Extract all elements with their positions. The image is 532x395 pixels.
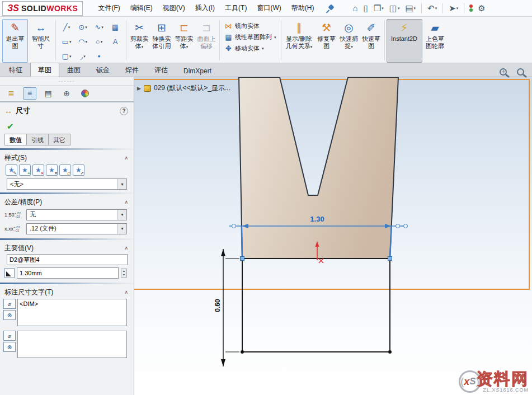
center-symbol-button[interactable]: ⊗ — [3, 342, 16, 352]
fillet-tool-button[interactable]: ◞▾ — [75, 49, 91, 63]
chevron-down-icon: ▾ — [85, 25, 87, 30]
display-manager-tab[interactable] — [78, 87, 92, 100]
tab-sheet-metal[interactable]: 钣金 — [88, 63, 117, 77]
menu-tools[interactable]: 工具(T) — [220, 1, 252, 16]
smart-dimension-button[interactable]: ↔ 智能尺寸 — [28, 19, 54, 63]
style-add-button[interactable]: ★+ — [19, 164, 31, 176]
pencil-badge-icon: ✎ — [13, 171, 17, 176]
primary-value-section-header[interactable]: 主要值(V) ∧ — [0, 242, 134, 253]
diameter-symbol-button[interactable]: ⌀ — [3, 331, 16, 341]
tolerance-type-dropdown[interactable]: 无 ▾ — [26, 209, 127, 220]
trim-entities-button[interactable]: ✂ 剪裁实体▾ — [128, 19, 150, 63]
mirror-entities-icon: ⋈ — [224, 22, 233, 30]
mirror-entities-button[interactable]: ⋈镜向实体 — [223, 21, 278, 31]
tab-evaluate[interactable]: 评估 — [147, 63, 176, 77]
tab-value[interactable]: 数值 — [4, 134, 27, 145]
convert-entities-button[interactable]: ⊞ 转换实体引用 — [150, 19, 173, 63]
line-tool-button[interactable]: ╱▾ — [59, 20, 74, 34]
property-manager-tab[interactable]: ≡ — [23, 87, 36, 100]
undo-button[interactable]: ↶▾ — [425, 2, 439, 15]
tab-features[interactable]: 特征 — [1, 63, 30, 77]
spin-down-icon: ▾ — [121, 273, 126, 277]
exit-sketch-button[interactable]: ✎ 退出草图 — [2, 19, 28, 63]
separator — [442, 3, 443, 13]
repair-sketch-button[interactable]: ⚒ 修复草图 — [316, 19, 338, 63]
diameter-symbol-button[interactable]: ⌀ — [3, 299, 16, 309]
offset-entities-button[interactable]: ⊏ 等距实体▾ — [173, 19, 195, 63]
circle-tool-button[interactable]: ⊙▾ — [75, 20, 91, 34]
solidworks-logo[interactable]: ЗS SOLIDWORKS — [2, 1, 83, 16]
command-manager-ribbon: ✎ 退出草图 ↔ 智能尺寸 ╱▾ ⊙▾ ∿▾ ▦ ▭▾ ◠▾ ○▾ A ▢▾ ◞… — [0, 17, 532, 63]
home-button[interactable]: ⌂ — [350, 2, 360, 14]
instant2d-button[interactable]: ⚡ Instant2D — [387, 19, 422, 63]
dimension-value-input[interactable] — [17, 267, 119, 279]
slot-tool-button[interactable]: ▢▾ — [59, 49, 74, 63]
tab-other[interactable]: 其它 — [48, 134, 70, 145]
quick-snaps-icon: ◎ — [344, 21, 354, 35]
sketch-canvas[interactable]: 0.60 1.30 — [134, 77, 532, 395]
property-manager-panel: ······ ≣ ≡ ▤ ⊕ ↔ 尺寸 ? ✔ 数值 引线 其它 样式(S) ∧… — [0, 77, 134, 395]
open-button[interactable]: ❐▾ — [371, 2, 386, 15]
tab-dimxpert[interactable]: DimXpert — [176, 64, 219, 77]
ellipse-tool-button[interactable]: ○▾ — [91, 35, 107, 49]
print-button[interactable]: ▤▾ — [403, 2, 418, 15]
value-spinner[interactable]: ▴ ▾ — [121, 269, 127, 278]
text-tool-button[interactable]: A — [107, 35, 123, 49]
flyout-feature-tree[interactable]: ▶ 029 (默认<<默认>_显示... — [137, 83, 230, 93]
section-divider — [0, 148, 134, 150]
menu-view[interactable]: 视图(V) — [158, 1, 190, 16]
tab-weldments[interactable]: 焊件 — [117, 63, 147, 77]
display-delete-relations-button[interactable]: ∥ 显示/删除几何关系▾ — [283, 19, 316, 63]
menu-file[interactable]: 文件(F) — [93, 1, 125, 16]
quick-snaps-label: 快速捕捉▾ — [339, 35, 359, 50]
style-dropdown[interactable]: <无> ▾ — [7, 178, 127, 190]
tab-leaders[interactable]: 引线 — [26, 134, 49, 145]
sketch-rectangle — [242, 258, 390, 352]
style-apply-button[interactable]: ★↗ — [73, 164, 84, 176]
center-symbol-button[interactable]: ⊗ — [3, 310, 16, 320]
tab-sketch[interactable]: 草图 — [30, 63, 59, 77]
options-button[interactable]: ⚙ — [475, 2, 487, 15]
configuration-manager-tab[interactable]: ▤ — [41, 87, 55, 100]
menu-help[interactable]: 帮助(H) — [286, 1, 319, 16]
arc-tool-button[interactable]: ◠▾ — [75, 35, 91, 49]
zoom-in-out-icon[interactable] — [517, 68, 524, 76]
dimension-name-input[interactable] — [7, 254, 128, 265]
point-tool-button[interactable]: ▪ — [91, 49, 107, 63]
style-edit-button[interactable]: ★✎ — [6, 164, 17, 176]
rectangle-tool-button[interactable]: ▭▾ — [59, 35, 74, 49]
chevron-down-icon: ▾ — [414, 6, 416, 11]
dimension-text-area-2[interactable] — [17, 331, 127, 358]
traffic-light-icon[interactable] — [469, 4, 473, 12]
style-section-header[interactable]: 样式(S) ∧ — [0, 152, 134, 163]
help-icon[interactable]: ? — [120, 107, 128, 115]
tolerance-section-header[interactable]: 公差/精度(P) ∧ — [0, 196, 134, 208]
graphics-viewport[interactable]: 0.60 1.30 ▶ 029 (默认<<默认>_显示... (xS) 资料网 … — [134, 77, 532, 395]
shaded-sketch-contours-button[interactable]: ▰ 上色草图轮廓 — [422, 19, 448, 63]
move-entities-button[interactable]: ✥移动实体▾ — [223, 44, 278, 53]
dimxpert-manager-tab[interactable]: ⊕ — [60, 87, 73, 100]
feature-manager-tab[interactable]: ≣ — [4, 87, 18, 100]
quick-snaps-button[interactable]: ◎ 快速捕捉▾ — [338, 19, 360, 63]
dimension-text-area[interactable]: <DIM> — [17, 299, 127, 326]
style-save-button[interactable]: ★▾ — [46, 164, 58, 176]
menu-insert[interactable]: 插入(I) — [190, 1, 220, 16]
style-load-button[interactable]: ★▱ — [59, 164, 71, 176]
rapid-sketch-button[interactable]: ✐ 快速草图 — [360, 19, 383, 63]
linear-pattern-button[interactable]: ▦线性草图阵列▾ — [223, 32, 278, 42]
panel-splitter[interactable]: ······ — [0, 77, 134, 86]
menu-edit[interactable]: 编辑(E) — [125, 1, 158, 16]
save-button[interactable]: ◫▾ — [387, 2, 402, 15]
menu-window[interactable]: 窗口(W) — [252, 1, 286, 16]
new-document-button[interactable]: ▯ — [361, 2, 370, 15]
dimension-text-section-header[interactable]: 标注尺寸文字(T) ∧ — [0, 286, 134, 298]
zoom-to-area-icon[interactable] — [500, 68, 507, 76]
pin-menu-icon[interactable] — [324, 3, 335, 13]
command-manager-tabs: 特征 草图 曲面 钣金 焊件 评估 DimXpert — [0, 63, 532, 77]
spline-tool-button[interactable]: ∿▾ — [91, 20, 107, 34]
select-tool-button[interactable]: ➤▾ — [446, 2, 460, 15]
tab-surfaces[interactable]: 曲面 — [59, 63, 88, 77]
style-delete-button[interactable]: ★× — [32, 164, 44, 176]
precision-dropdown[interactable]: .12 (文件) ▾ — [26, 223, 127, 234]
ok-button[interactable]: ✔ — [0, 119, 134, 134]
